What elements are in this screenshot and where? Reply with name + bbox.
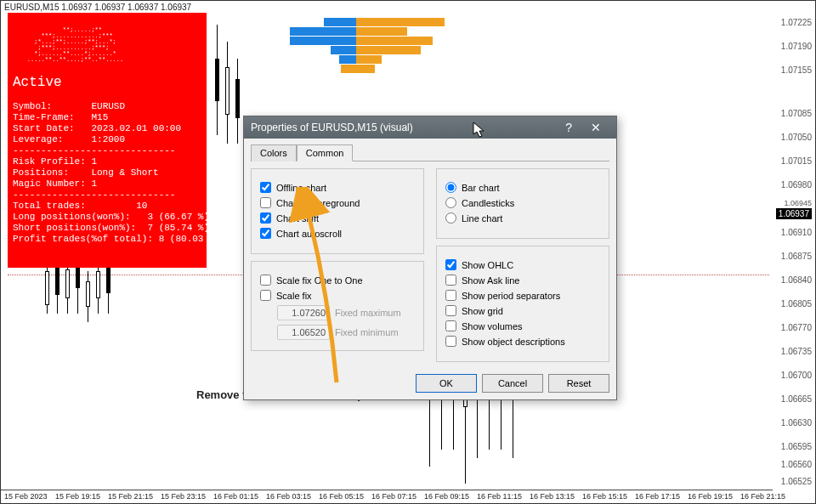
dialog-titlebar[interactable]: Properties of EURUSD,M15 (visual) ? ✕ (244, 116, 616, 139)
reset-button[interactable]: Reset (548, 374, 609, 393)
price-axis: 1.07225 1.07190 1.07155 1.07085 1.07050 … (771, 18, 812, 478)
chk-show-object-desc[interactable]: Show object descriptions (445, 336, 600, 347)
dialog-title-text: Properties of EURUSD,M15 (visual) (251, 122, 413, 133)
time-axis: 15 Feb 2023 15 Feb 19:15 15 Feb 21:15 15… (1, 490, 773, 501)
chk-show-ask[interactable]: Show Ask line (445, 275, 600, 286)
chk-offline-chart[interactable]: Offline chart (260, 182, 415, 193)
chk-chart-autoscroll[interactable]: Chart autoscroll (260, 228, 415, 239)
volume-profile (290, 18, 443, 77)
chk-show-separators[interactable]: Show period separators (445, 290, 600, 301)
current-price-badge: 1.06937 (776, 208, 812, 219)
chk-scale-fix[interactable]: Scale fix (260, 290, 415, 301)
cancel-button[interactable]: Cancel (482, 374, 543, 393)
chk-chart-shift[interactable]: Chart shift (260, 212, 415, 224)
fixed-min-input[interactable] (277, 325, 330, 340)
close-icon[interactable]: ✕ (582, 118, 609, 137)
tab-common[interactable]: Common (297, 144, 354, 161)
tab-colors[interactable]: Colors (251, 144, 297, 161)
panel-status: Active (13, 77, 201, 88)
ok-button[interactable]: OK (416, 374, 477, 393)
properties-dialog: Properties of EURUSD,M15 (visual) ? ✕ Co… (243, 116, 617, 400)
chk-scale-1to1[interactable]: Scale fix One to One (260, 275, 415, 286)
chk-show-ohlc[interactable]: Show OHLC (445, 259, 600, 270)
rad-bar-chart[interactable]: Bar chart (445, 182, 600, 193)
rad-line-chart[interactable]: Line chart (445, 212, 600, 224)
rad-candlesticks[interactable]: Candlesticks (445, 197, 600, 208)
chart-header: EURUSD,M15 1.06937 1.06937 1.06937 1.069… (4, 3, 191, 12)
ea-info-panel: **;.....;** ***;............;*** ;*...;*… (8, 13, 207, 268)
cursor-icon (473, 122, 486, 142)
help-icon[interactable]: ? (557, 118, 581, 137)
chk-show-grid[interactable]: Show grid (445, 305, 600, 316)
fixed-max-input[interactable] (277, 305, 330, 320)
chk-show-volumes[interactable]: Show volumes (445, 320, 600, 331)
chk-chart-foreground[interactable]: Chart on foreground (260, 197, 415, 208)
